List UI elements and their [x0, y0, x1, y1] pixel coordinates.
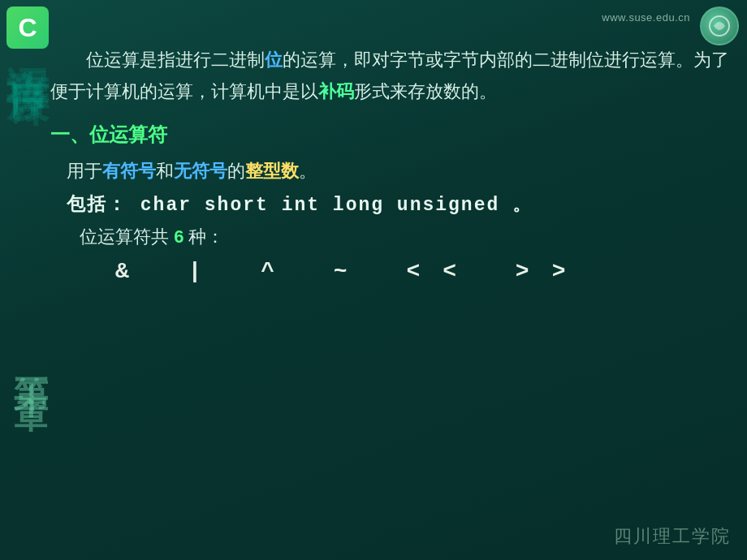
intro-highlight-wei: 位: [265, 50, 283, 70]
sub-highlight-youfuhao: 有符号: [102, 161, 156, 181]
sub-part2: 和: [156, 161, 174, 181]
institution-label: 四川理工学院: [614, 524, 731, 549]
section-title: 一、位运算符: [50, 122, 734, 148]
intro-paragraph: 位运算是指进行二进制位的运算，即对字节或字节内部的二进制位进行运算。为了便于计算…: [50, 45, 734, 107]
logo-icon: [707, 14, 732, 38]
top-right-logo: [700, 6, 739, 45]
operators-line: & | ^ ~ << >>: [115, 259, 734, 284]
intro-part3: 形式来存放数的。: [354, 81, 497, 101]
intro-part1: 位运算是指进行二进制: [86, 50, 265, 70]
count-number: 6: [174, 226, 184, 247]
count-part2: 种：: [184, 226, 224, 247]
main-content: 位运算是指进行二进制位的运算，即对字节或字节内部的二进制位进行运算。为了便于计算…: [50, 45, 734, 528]
sub-line1: 用于有符号和无符号的整型数。: [67, 159, 734, 183]
c-logo: C: [6, 6, 49, 49]
code-line: 包括： char short int long unsigned 。: [67, 192, 734, 217]
count-line: 位运算符共 6 种：: [80, 225, 734, 249]
sub-part3: 的: [227, 161, 245, 181]
chapter-label: 第十一章: [8, 349, 54, 375]
website-label: www.suse.edu.cn: [602, 11, 690, 24]
sub-part4: 。: [299, 161, 317, 181]
logo-letter: C: [18, 13, 37, 43]
count-part1: 位运算符共: [80, 226, 174, 247]
sub-highlight-wufuhao: 无符号: [174, 161, 227, 181]
intro-highlight-buma: 补码: [318, 81, 354, 101]
sub-highlight-zhengxingshu: 整型数: [245, 161, 299, 181]
sub-part1: 用于: [67, 161, 102, 181]
